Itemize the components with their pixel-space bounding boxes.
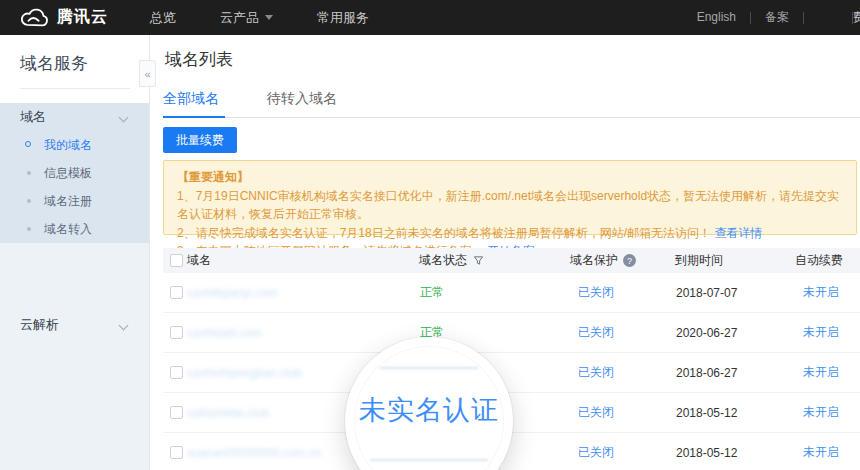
nav-truncated-item[interactable]: 费	[853, 0, 860, 35]
table-header: 域名 域名状态 域名保护 ? 到期时间 自动续费	[163, 248, 860, 273]
top-navbar: 腾讯云 总览 云产品 常用服务 English 备案 费	[0, 0, 860, 35]
domain-name[interactable]: cashiliqianyi.com	[187, 273, 278, 312]
sidebar-item-domain-register[interactable]: 域名注册	[0, 187, 149, 215]
nav-item-products[interactable]: 云产品	[198, 0, 295, 35]
nav-link-english[interactable]: English	[683, 0, 750, 35]
cloud-logo-icon	[18, 7, 50, 29]
notice-banner: 【重要通知】 1、7月19日CNNIC审核机构域名实名接口优化中，新注册.com…	[163, 160, 857, 235]
row-checkbox[interactable]	[170, 286, 183, 299]
header-auto-renew: 自动续费	[795, 248, 843, 273]
bullet-icon	[27, 171, 31, 175]
nav-link-beian[interactable]: 备案	[751, 0, 803, 35]
help-icon[interactable]: ?	[623, 254, 636, 267]
nav-menu: 总览 云产品 常用服务	[128, 0, 391, 35]
sidebar-item-domain-transfer[interactable]: 域名转入	[0, 215, 149, 243]
nav-right-area: English 备案 费	[683, 0, 860, 35]
notice-text: 2、请尽快完成域名实名认证，7月18日之前未实名的域名将被注册局暂停解析，网站/…	[177, 226, 711, 240]
domain-name[interactable]: xuanan00000000.com.cn	[187, 433, 322, 470]
expiry-date: 2018-05-12	[676, 393, 737, 432]
auto-renew-link[interactable]: 未开启	[803, 273, 839, 312]
tencent-cloud-console: 腾讯云 总览 云产品 常用服务 English 备案 费 域名服务 «	[0, 0, 860, 470]
not-verified-label: 未实名认证	[345, 392, 513, 428]
status-badge: 正常	[420, 273, 444, 312]
bullet-icon	[27, 227, 31, 231]
sidebar: 域名服务 « 域名 我的域名 信息模板 域名注册	[0, 35, 150, 470]
sidebar-section-domain: 域名 我的域名 信息模板 域名注册 域名转入	[0, 103, 149, 243]
protection-link[interactable]: 已关闭	[578, 313, 614, 352]
table-row: cashishiyongban.club 已关闭 2018-06-27 未开启	[163, 353, 860, 393]
bullet-icon	[25, 141, 31, 147]
header-domain: 域名	[187, 248, 211, 273]
filter-icon[interactable]	[473, 255, 484, 266]
sidebar-title: 域名服务	[20, 52, 88, 75]
notice-text: 1、7月19日CNNIC审核机构域名实名接口优化中，新注册.com/.net域名…	[177, 189, 839, 222]
chevron-down-icon	[265, 15, 273, 20]
domain-name[interactable]: cashishiyongban.club	[187, 353, 302, 392]
nav-item-overview[interactable]: 总览	[128, 0, 198, 35]
section-label: 域名	[20, 109, 46, 124]
row-checkbox[interactable]	[170, 446, 183, 459]
expiry-date: 2018-07-07	[676, 273, 737, 312]
batch-renew-button[interactable]: 批量续费	[163, 127, 237, 153]
sidebar-gap	[0, 243, 149, 311]
sidebar-item-label: 域名转入	[44, 222, 92, 236]
notice-line: 1、7月19日CNNIC审核机构域名实名接口优化中，新注册.com/.net域名…	[177, 187, 843, 224]
expiry-date: 2018-05-12	[676, 433, 737, 470]
sidebar-item-label: 信息模板	[44, 166, 92, 180]
section-label: 云解析	[20, 317, 59, 332]
chevron-down-icon	[119, 113, 129, 123]
sidebar-item-info-template[interactable]: 信息模板	[0, 159, 149, 187]
auto-renew-link[interactable]: 未开启	[803, 393, 839, 432]
protection-link[interactable]: 已关闭	[578, 433, 614, 470]
tab-bar: 全部域名 待转入域名	[163, 90, 860, 118]
page-title: 域名列表	[165, 48, 233, 71]
header-expiry: 到期时间	[675, 248, 723, 273]
tab-all-domains[interactable]: 全部域名	[163, 90, 225, 118]
tab-pending-transfer[interactable]: 待转入域名	[267, 90, 343, 117]
domain-name[interactable]: cashidaili.com	[187, 313, 262, 352]
view-details-link[interactable]: 查看详情	[714, 226, 762, 240]
header-protection: 域名保护 ?	[570, 248, 636, 273]
auto-renew-link[interactable]: 未开启	[803, 313, 839, 352]
sidebar-item-my-domains[interactable]: 我的域名	[0, 131, 149, 159]
bullet-icon	[27, 199, 31, 203]
nav-item-label: 总览	[150, 0, 176, 35]
protection-link[interactable]: 已关闭	[578, 393, 614, 432]
notice-line: 2、请尽快完成域名实名认证，7月18日之前未实名的域名将被注册局暂停解析，网站/…	[177, 224, 843, 243]
logo-text: 腾讯云	[57, 7, 108, 28]
auto-renew-link[interactable]: 未开启	[803, 353, 839, 392]
protection-link[interactable]: 已关闭	[578, 353, 614, 392]
table-row: xuanan00000000.com.cn 已关闭 2018-05-12 未开启	[163, 433, 860, 470]
row-checkbox[interactable]	[170, 326, 183, 339]
sidebar-collapse-button[interactable]: «	[139, 60, 156, 87]
sidebar-item-label: 域名注册	[44, 194, 92, 208]
sidebar-section-head-domain[interactable]: 域名	[0, 103, 149, 131]
protection-link[interactable]: 已关闭	[578, 273, 614, 312]
tencent-cloud-logo[interactable]: 腾讯云	[18, 7, 108, 29]
auto-renew-link[interactable]: 未开启	[803, 433, 839, 470]
row-checkbox[interactable]	[170, 366, 183, 379]
chevron-down-icon	[119, 321, 129, 331]
header-status: 域名状态	[419, 248, 484, 273]
row-checkbox[interactable]	[170, 406, 183, 419]
sidebar-section-head-dns[interactable]: 云解析	[0, 311, 149, 339]
table-row: cashiliqianyi.com 正常 已关闭 2018-07-07 未开启	[163, 273, 860, 313]
nav-item-label: 常用服务	[317, 0, 369, 35]
sidebar-item-label: 我的域名	[44, 138, 92, 152]
notice-title: 【重要通知】	[177, 168, 843, 187]
header-label: 域名保护	[570, 252, 618, 269]
table-row: cashidaili.com 正常 已关闭 2020-06-27 未开启	[163, 313, 860, 353]
sidebar-divider	[20, 88, 130, 89]
sidebar-menu: 域名 我的域名 信息模板 域名注册 域名转入	[0, 103, 149, 470]
select-all-checkbox[interactable]	[170, 254, 183, 267]
expiry-date: 2020-06-27	[676, 313, 737, 352]
nav-item-services[interactable]: 常用服务	[295, 0, 391, 35]
expiry-date: 2018-06-27	[676, 353, 737, 392]
domain-name[interactable]: caifashidai.club	[187, 393, 269, 432]
nav-item-label: 云产品	[220, 0, 259, 35]
header-label: 域名状态	[419, 252, 467, 269]
nav-divider	[803, 12, 804, 24]
